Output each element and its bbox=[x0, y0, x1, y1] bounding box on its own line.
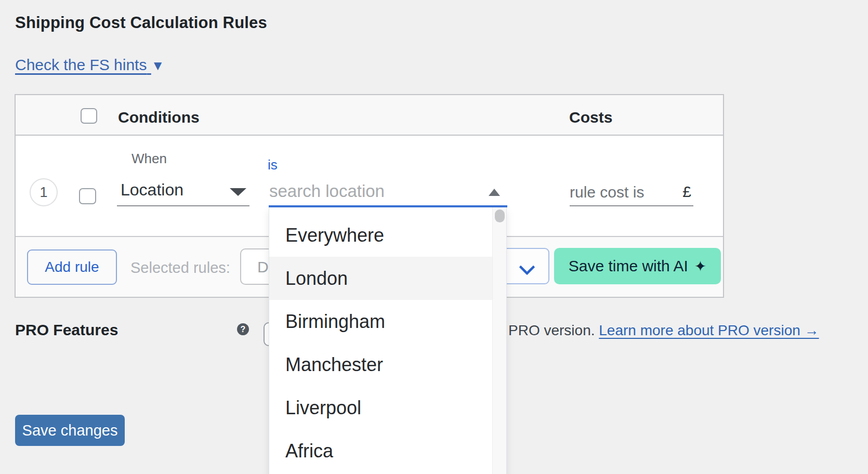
save-time-ai-button[interactable]: Save time with AI ✦ bbox=[554, 248, 721, 284]
save-changes-button[interactable]: Save changes bbox=[15, 415, 125, 446]
conditions-header: Conditions bbox=[118, 109, 200, 126]
learn-more-pro-link[interactable]: Learn more about PRO version → bbox=[599, 322, 819, 338]
rule-cost-input[interactable] bbox=[570, 183, 681, 201]
costs-header: Costs bbox=[569, 109, 612, 126]
chevron-down-icon bbox=[230, 188, 246, 196]
page-title: Shipping Cost Calculation Rules bbox=[15, 14, 267, 32]
location-dropdown: EverywhereLondonBirminghamManchesterLive… bbox=[269, 207, 507, 474]
add-rule-button[interactable]: Add rule bbox=[27, 249, 117, 285]
location-option[interactable]: Manchester bbox=[269, 343, 492, 386]
location-option[interactable]: Liverpool bbox=[269, 386, 492, 429]
location-option[interactable]: Birmingham bbox=[269, 300, 492, 343]
location-option[interactable]: Africa bbox=[269, 429, 492, 472]
is-label: is bbox=[268, 157, 278, 173]
pro-version-text-prefix: PRO version. bbox=[508, 322, 599, 338]
fs-hints-label: Check the FS hints bbox=[15, 56, 147, 73]
shipping-settings-page: Shipping Cost Calculation Rules Check th… bbox=[0, 0, 868, 474]
when-label: When bbox=[131, 151, 167, 167]
condition-select-value: Location bbox=[121, 180, 183, 200]
caret-down-icon: ▼ bbox=[151, 58, 165, 74]
sparkle-icon: ✦ bbox=[694, 258, 706, 275]
fs-hints-link[interactable]: Check the FS hints ▼ bbox=[15, 56, 165, 74]
location-option[interactable]: London bbox=[269, 257, 492, 300]
rule-cost-field: £ bbox=[570, 179, 693, 206]
dropdown-scrollbar bbox=[492, 207, 506, 474]
pro-version-text: PRO version. Learn more about PRO versio… bbox=[508, 322, 819, 339]
location-search-input[interactable] bbox=[269, 181, 467, 201]
rule-number-badge: 1 bbox=[30, 178, 58, 206]
location-dropdown-list: EverywhereLondonBirminghamManchesterLive… bbox=[269, 214, 492, 472]
chevron-down-icon bbox=[520, 260, 534, 274]
collapse-arrow-icon[interactable] bbox=[489, 189, 500, 196]
help-icon[interactable]: ? bbox=[237, 323, 249, 335]
pro-features-heading: PRO Features bbox=[15, 321, 118, 339]
ai-button-label: Save time with AI bbox=[569, 257, 688, 275]
location-search-field bbox=[269, 177, 507, 207]
rule-checkbox[interactable] bbox=[79, 188, 96, 204]
condition-type-select[interactable]: Location bbox=[117, 177, 249, 206]
selected-rules-label: Selected rules: bbox=[130, 259, 230, 276]
currency-symbol: £ bbox=[681, 183, 693, 202]
location-option[interactable]: Everywhere bbox=[269, 214, 492, 257]
dropdown-scrollbar-thumb[interactable] bbox=[495, 209, 505, 222]
select-all-checkbox[interactable] bbox=[81, 108, 97, 124]
bulk-action-value: D bbox=[257, 258, 269, 276]
